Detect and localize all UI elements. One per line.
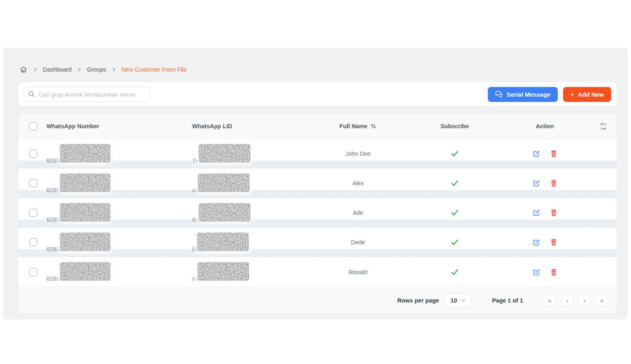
col-header-whatsapp-number: WhatsApp Number (47, 123, 192, 129)
redacted-number (60, 233, 110, 251)
add-new-button[interactable]: + Add New (563, 87, 611, 102)
search-box[interactable] (23, 87, 150, 102)
whatsapp-number: 6289 (47, 275, 59, 282)
plus-icon: + (570, 91, 574, 98)
trash-icon[interactable] (551, 269, 557, 276)
row-checkbox[interactable] (29, 268, 37, 276)
col-header-whatsapp-lid: WhatsApp LID (192, 123, 318, 129)
previous-page-button[interactable]: ‹ (561, 294, 573, 307)
green-check-icon (451, 269, 459, 276)
refresh-icon[interactable] (599, 123, 607, 130)
green-check-icon (451, 239, 459, 246)
table-row: 6289 bl Dede (18, 228, 617, 257)
whatsapp-lid: bl (192, 246, 197, 252)
edit-pencil-icon[interactable] (533, 209, 540, 216)
whatsapp-number: 6289 (47, 157, 59, 164)
table-row: 6289 ur Alex (18, 169, 617, 198)
table-footer: Rows per page 10 Page 1 of 1 « ‹ › » (18, 287, 617, 313)
redacted-lid (199, 144, 250, 163)
redacted-lid (198, 174, 250, 192)
row-checkbox[interactable] (29, 150, 37, 158)
full-name: John Doe (345, 150, 371, 157)
row-checkbox[interactable] (29, 209, 37, 217)
chevron-right-icon (77, 67, 81, 72)
edit-pencil-icon[interactable] (533, 239, 540, 246)
table-row: 6289 m Ronald (18, 257, 617, 287)
redacted-number (60, 174, 110, 192)
breadcrumb-dashboard[interactable]: Dashboard (43, 66, 72, 73)
sort-arrows-icon[interactable] (370, 123, 377, 129)
whatsapp-lid: m (192, 275, 197, 282)
last-page-button[interactable]: » (596, 294, 608, 307)
page-status: Page 1 of 1 (492, 297, 523, 304)
full-name: Dede (351, 239, 365, 245)
full-name: Alex (352, 180, 364, 186)
whatsapp-lid: ur (192, 187, 197, 193)
rows-per-page-label: Rows per page (397, 297, 439, 304)
whatsapp-number: 6289 (47, 187, 59, 193)
toolbar-card: Serial Message + Add New (18, 82, 617, 106)
whatsapp-number: 6289 (47, 246, 59, 252)
trash-icon[interactable] (551, 209, 557, 216)
serial-message-button[interactable]: Serial Message (488, 87, 557, 102)
breadcrumb-current: New Customer From File (122, 66, 187, 73)
page: { "breadcrumb": { "items": [ { "label": … (0, 0, 631, 364)
home-icon[interactable] (19, 66, 28, 74)
edit-pencil-icon[interactable] (533, 180, 540, 187)
col-header-action: Action (511, 123, 579, 129)
whatsapp-lid: 6c (192, 216, 198, 223)
green-check-icon (451, 209, 459, 216)
whatsapp-number: 6289 (47, 216, 59, 223)
select-all-checkbox[interactable] (29, 122, 37, 130)
redacted-lid (199, 203, 250, 222)
col-header-full-name[interactable]: Full Name (318, 123, 398, 129)
next-page-button[interactable]: › (578, 294, 591, 307)
chevron-down-icon (461, 299, 466, 302)
full-name: Ade (353, 210, 363, 216)
full-name: Ronald (349, 269, 367, 275)
table-row: 6289 7v John Doe (18, 139, 617, 169)
whatsapp-lid: 7v (192, 157, 198, 164)
search-input[interactable] (38, 91, 145, 98)
chat-bubbles-icon (495, 91, 503, 98)
redacted-lid (197, 233, 249, 251)
row-checkbox[interactable] (29, 179, 37, 187)
trash-icon[interactable] (551, 180, 557, 187)
green-check-icon (451, 150, 459, 157)
chevron-right-icon (33, 67, 37, 72)
redacted-number (60, 262, 110, 281)
toolbar-buttons: Serial Message + Add New (488, 87, 611, 102)
redacted-number (60, 203, 110, 222)
breadcrumb-groups[interactable]: Groups (87, 66, 106, 73)
first-page-button[interactable]: « (544, 294, 556, 307)
search-icon (28, 91, 35, 98)
trash-icon[interactable] (551, 239, 557, 246)
rows-per-page-select[interactable]: 10 (444, 294, 472, 307)
redacted-number (60, 144, 110, 163)
row-checkbox[interactable] (29, 238, 37, 246)
pagination: « ‹ › » (544, 294, 608, 307)
table-header-row: WhatsApp Number WhatsApp LID Full Name S… (18, 114, 617, 139)
edit-pencil-icon[interactable] (533, 150, 540, 157)
trash-icon[interactable] (551, 150, 557, 157)
breadcrumb: Dashboard Groups New Customer From File (19, 66, 187, 74)
content-area: Dashboard Groups New Customer From File (3, 48, 628, 320)
green-check-icon (451, 180, 459, 187)
contacts-table: WhatsApp Number WhatsApp LID Full Name S… (18, 114, 617, 313)
chevron-right-icon (112, 67, 116, 72)
redacted-lid (197, 262, 249, 281)
table-row: 6289 6c Ade (18, 198, 617, 228)
serial-message-label: Serial Message (506, 91, 550, 98)
table-body: 6289 7v John Doe 6289 ur Al (18, 139, 617, 287)
col-header-subscribe: Subscribe (398, 123, 511, 129)
add-new-label: Add New (578, 91, 604, 98)
edit-pencil-icon[interactable] (533, 269, 540, 276)
